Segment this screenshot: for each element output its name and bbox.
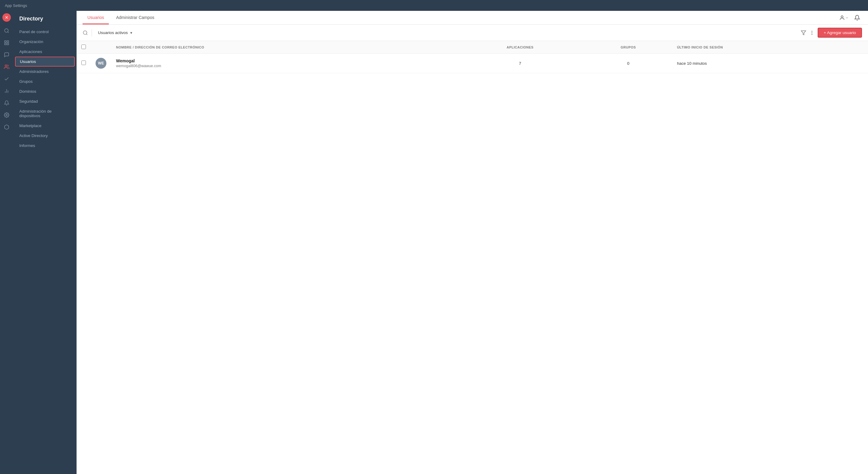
main-layout: ✕ Directory Panel de control xyxy=(0,11,868,474)
avatar: WE xyxy=(96,58,106,69)
tabs-bar: Usuarios Administrar Campos xyxy=(76,11,868,25)
sidebar-item-panel[interactable]: Panel de control xyxy=(13,27,76,37)
sidebar-item-dispositivos[interactable]: Administración de dispositivos xyxy=(13,106,76,121)
nav-sidebar: Directory Panel de control Organización … xyxy=(13,11,76,474)
sidebar-item-organizacion[interactable]: Organización xyxy=(13,37,76,47)
sidebar-icon-search[interactable] xyxy=(1,25,12,36)
sidebar-icon-grid[interactable] xyxy=(1,37,12,48)
filter-icon[interactable] xyxy=(801,30,806,36)
sidebar-icon-notification[interactable] xyxy=(1,98,12,108)
row-checkbox[interactable] xyxy=(82,61,86,65)
svg-point-16 xyxy=(812,33,812,33)
header-name: NOMBRE / DIRECCIÓN DE CORREO ELECTRÓNICO xyxy=(111,41,456,54)
svg-point-11 xyxy=(841,16,843,18)
notification-bell[interactable] xyxy=(852,13,862,23)
users-table: NOMBRE / DIRECCIÓN DE CORREO ELECTRÓNICO… xyxy=(76,41,868,73)
table-container: NOMBRE / DIRECCIÓN DE CORREO ELECTRÓNICO… xyxy=(76,41,868,474)
row-avatar-cell: WE xyxy=(91,54,111,73)
close-button[interactable]: ✕ xyxy=(2,13,11,22)
header-apps: APLICACIONES xyxy=(456,41,584,54)
filter-label: Usuarios activos xyxy=(98,30,128,35)
row-groups-cell: 0 xyxy=(584,54,672,73)
toolbar-right: + Agregar usuario xyxy=(801,28,862,38)
sidebar-icon-settings[interactable] xyxy=(1,110,12,121)
sidebar-item-aplicaciones[interactable]: Aplicaciones xyxy=(13,47,76,57)
svg-line-1 xyxy=(7,32,8,33)
sidebar-item-grupos[interactable]: Grupos xyxy=(13,76,76,87)
svg-point-12 xyxy=(83,31,87,34)
more-options-icon[interactable] xyxy=(809,30,815,36)
header-checkbox xyxy=(76,41,91,54)
user-email: wemogal806@wawue.com xyxy=(116,64,451,68)
sidebar-item-usuarios[interactable]: Usuarios xyxy=(15,57,75,67)
sidebar-item-seguridad[interactable]: Seguridad xyxy=(13,96,76,106)
sidebar-item-administradores[interactable]: Administradores xyxy=(13,67,76,76)
header-last-login: ÚLTIMO INICIO DE SESIÓN xyxy=(672,41,868,54)
svg-rect-4 xyxy=(4,43,6,45)
svg-point-6 xyxy=(5,65,7,67)
svg-point-10 xyxy=(6,114,7,116)
sidebar-icon-chat[interactable] xyxy=(1,49,12,60)
sidebar-icon-check[interactable] xyxy=(1,73,12,84)
add-user-button[interactable]: + Agregar usuario xyxy=(818,28,862,38)
search-icon[interactable] xyxy=(83,30,88,36)
icon-sidebar: ✕ xyxy=(0,11,13,474)
table-body: WE Wemogal wemogal806@wawue.com 7 0 hace… xyxy=(76,54,868,73)
sidebar-item-active-directory[interactable]: Active Directory xyxy=(13,131,76,141)
sidebar-item-dominios[interactable]: Dominios xyxy=(13,87,76,96)
nav-sidebar-title: Directory xyxy=(13,16,76,27)
svg-line-13 xyxy=(86,34,87,35)
select-all-checkbox[interactable] xyxy=(82,44,86,49)
toolbar-divider xyxy=(92,29,92,36)
sidebar-icon-users[interactable] xyxy=(1,61,12,72)
header-groups: GRUPOS xyxy=(584,41,672,54)
svg-point-15 xyxy=(812,31,812,32)
filter-dropdown[interactable]: Usuarios activos ▼ xyxy=(96,29,135,36)
svg-rect-2 xyxy=(4,41,6,42)
tab-administrar-campos[interactable]: Administrar Campos xyxy=(111,11,159,24)
row-apps-cell: 7 xyxy=(456,54,584,73)
toolbar: Usuarios activos ▼ + Agregar usuario xyxy=(76,25,868,41)
sidebar-item-informes[interactable]: Informes xyxy=(13,141,76,150)
sidebar-item-marketplace[interactable]: Marketplace xyxy=(13,121,76,131)
top-bar: App Settings xyxy=(0,0,868,11)
row-name-cell: Wemogal wemogal806@wawue.com xyxy=(111,54,456,73)
sidebar-icon-chart[interactable] xyxy=(1,86,12,96)
table-row[interactable]: WE Wemogal wemogal806@wawue.com 7 0 hace… xyxy=(76,54,868,73)
row-last-login-cell: hace 10 minutos xyxy=(672,54,868,73)
table-header-row: NOMBRE / DIRECCIÓN DE CORREO ELECTRÓNICO… xyxy=(76,41,868,54)
svg-rect-5 xyxy=(7,43,9,45)
svg-rect-3 xyxy=(7,41,9,42)
tab-right-actions xyxy=(839,13,862,23)
user-name: Wemogal xyxy=(116,59,451,63)
header-avatar xyxy=(91,41,111,54)
row-checkbox-cell xyxy=(76,54,91,73)
svg-point-17 xyxy=(812,34,812,35)
svg-marker-14 xyxy=(801,31,806,35)
content-area: Usuarios Administrar Campos Usuarios act… xyxy=(76,11,868,474)
profile-button[interactable] xyxy=(839,13,849,23)
chevron-down-icon: ▼ xyxy=(130,31,133,35)
top-bar-title: App Settings xyxy=(5,3,27,8)
svg-point-0 xyxy=(4,29,8,32)
sidebar-icon-box[interactable] xyxy=(1,122,12,133)
tab-usuarios[interactable]: Usuarios xyxy=(83,11,109,24)
